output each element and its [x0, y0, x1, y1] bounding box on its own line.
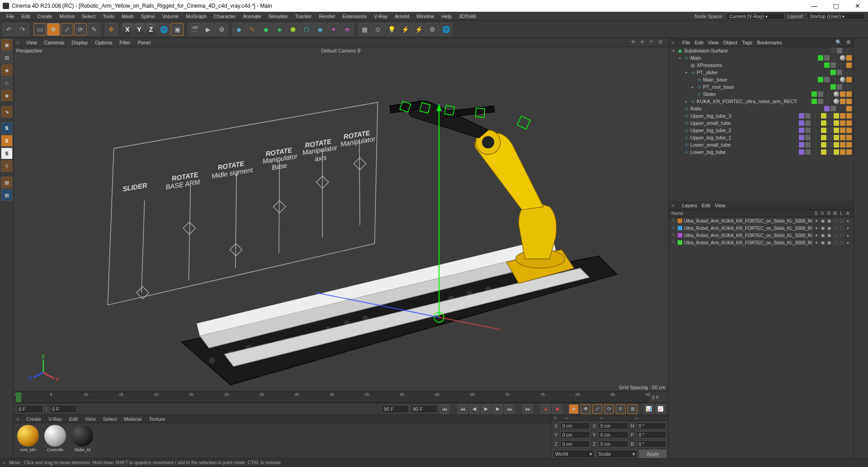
layer-flag[interactable]: ⬚ [839, 218, 844, 224]
object-tag[interactable] [846, 106, 852, 111]
obj-menu-view[interactable]: View [708, 40, 719, 45]
visibility-tag[interactable] [805, 142, 811, 148]
layer-color[interactable] [678, 226, 682, 230]
layer-color[interactable] [678, 219, 682, 223]
layer-row[interactable]: └Ultra_Robot_Arm_KUKA_KR_FORTEC_on_Skids… [669, 224, 854, 232]
axis-lock[interactable]: ✥ [105, 23, 118, 36]
mat-menu-edit[interactable]: Edit [66, 415, 81, 423]
object-tag[interactable] [840, 149, 845, 155]
layer-flag[interactable]: ▸ [845, 240, 851, 245]
s3-button[interactable]: S [1, 148, 13, 159]
visibility-tag[interactable] [799, 120, 804, 126]
object-tag[interactable] [840, 142, 845, 148]
y-axis-button[interactable]: Y [134, 23, 145, 36]
mat-menu-create[interactable]: Create [23, 415, 45, 423]
tree-row[interactable]: ▸⊹KUKA_KR_FORTEC_ultra_robot_arm_RECT⋮ [669, 98, 854, 105]
move-tool[interactable]: ✥ [47, 23, 60, 36]
visibility-tag[interactable] [799, 135, 804, 140]
object-name[interactable]: Lower_big_tube [690, 149, 798, 155]
visibility-tag[interactable] [799, 128, 804, 133]
expand-icon[interactable] [690, 77, 695, 82]
frame-end-field[interactable]: 90 F [382, 405, 409, 413]
object-tag[interactable] [840, 99, 845, 104]
menu-render[interactable]: Render [315, 13, 339, 20]
zoom-icon[interactable]: ⊕ [640, 39, 647, 46]
effector-tool[interactable]: ✦ [327, 23, 340, 36]
obj-menu-edit[interactable]: Edit [695, 40, 703, 45]
visibility-tag[interactable] [837, 70, 842, 75]
tree-row[interactable]: ⊹Upper_small_tube⋮ [669, 119, 854, 127]
s2-button[interactable]: S [1, 135, 13, 147]
rot-key-button[interactable]: ⟳ [604, 404, 614, 414]
object-tag[interactable] [834, 99, 839, 104]
object-tag[interactable] [840, 91, 845, 97]
layer-color[interactable] [678, 233, 682, 238]
layer-row[interactable]: └Ultra_Robot_Arm_KUKA_KR_FORTEC_on_Skids… [669, 217, 854, 224]
object-tag[interactable] [840, 128, 845, 133]
object-tag[interactable] [846, 135, 852, 140]
menu-mograph[interactable]: MoGraph [182, 13, 210, 20]
menu-simulate[interactable]: Simulate [265, 13, 292, 20]
menu-help[interactable]: Help [438, 13, 455, 20]
render-region[interactable]: ⚙ [215, 23, 228, 36]
object-tag[interactable] [840, 55, 845, 61]
visibility-tag[interactable] [837, 84, 842, 90]
nodespace-dropdown[interactable]: Current (V-Ray) ▾ [726, 13, 785, 20]
layer-flag[interactable]: ● [814, 240, 819, 245]
object-name[interactable]: PT_root_base [703, 84, 830, 90]
vp-menu-cameras[interactable]: Cameras [41, 39, 68, 46]
visibility-tag[interactable] [824, 77, 830, 82]
hamburger-icon[interactable]: ≡ [3, 460, 5, 466]
visibility-tag[interactable] [818, 77, 823, 82]
expand-icon[interactable]: ▾ [678, 56, 682, 60]
object-tag[interactable] [840, 120, 845, 126]
x-axis-button[interactable]: X [122, 23, 133, 36]
visibility-tag[interactable] [799, 149, 804, 155]
close-button[interactable]: ✕ [850, 1, 865, 11]
edge-mode[interactable]: ◆ [1, 90, 13, 101]
visibility-tag[interactable] [824, 106, 830, 111]
object-tag[interactable] [834, 128, 839, 133]
layer-flag[interactable]: ▸ [845, 233, 851, 238]
object-tag[interactable] [846, 91, 852, 97]
visibility-tag[interactable] [830, 48, 836, 53]
layer-flag[interactable]: ▸ [845, 225, 851, 231]
tree-row[interactable]: ⊹Lower_small_tube⋮ [669, 141, 854, 148]
goto-end-button[interactable]: ⏭ [523, 404, 533, 414]
expand-icon[interactable]: ▸ [690, 85, 695, 89]
keyframe-sel-button[interactable]: ◈ [569, 404, 579, 414]
menu-tracker[interactable]: Tracker [292, 13, 316, 20]
menu-vray[interactable]: V-Ray [370, 13, 391, 20]
dopesheet-button[interactable]: 📊 [644, 404, 654, 414]
visibility-tag[interactable] [805, 128, 811, 133]
tree-row[interactable]: ▸⊹PT_root_base⋮ [669, 83, 854, 91]
object-tag[interactable] [834, 91, 839, 97]
coord-field[interactable]: 0 ° [637, 440, 666, 448]
obj-menu-tags[interactable]: Tags [742, 40, 752, 45]
object-tag[interactable] [846, 99, 852, 104]
coord-world-dropdown[interactable]: World▾ [553, 450, 594, 458]
world-axis-button[interactable]: 🌐 [157, 23, 170, 36]
texture-mode[interactable]: ▨ [1, 52, 13, 63]
s1-button[interactable]: S [1, 122, 13, 134]
vp-menu-view[interactable]: View [23, 39, 41, 46]
visibility-tag[interactable] [805, 120, 811, 126]
light-tool[interactable]: 💡 [385, 23, 398, 36]
layer-flag[interactable]: ▣ [826, 240, 832, 245]
volume-tool[interactable]: ⬢ [287, 23, 299, 36]
visibility-tag[interactable] [830, 70, 836, 75]
layer-flag[interactable]: ▣ [820, 240, 826, 245]
layer-row[interactable]: └Ultra_Robot_Arm_KUKA_KR_FORTEC_on_Skids… [669, 232, 854, 239]
layer-flag[interactable]: ● [814, 233, 819, 238]
record-button[interactable]: ● [541, 404, 551, 414]
model-mode[interactable]: ▣ [1, 39, 13, 51]
tree-row[interactable]: ⊹Rails⋮ [669, 105, 854, 112]
tree-row[interactable]: ▾◆Subdivision Surface⋮ [669, 47, 854, 54]
prev-key-button[interactable]: ⏮ [458, 404, 467, 414]
object-name[interactable]: Slider [703, 91, 811, 97]
coord-field[interactable]: 0 cm [560, 440, 590, 448]
object-tag[interactable] [846, 142, 852, 148]
visibility-tag[interactable] [837, 48, 842, 53]
layout-dropdown[interactable]: Startup (User) ▾ [807, 13, 865, 20]
undo-button[interactable]: ↶ [3, 23, 15, 36]
